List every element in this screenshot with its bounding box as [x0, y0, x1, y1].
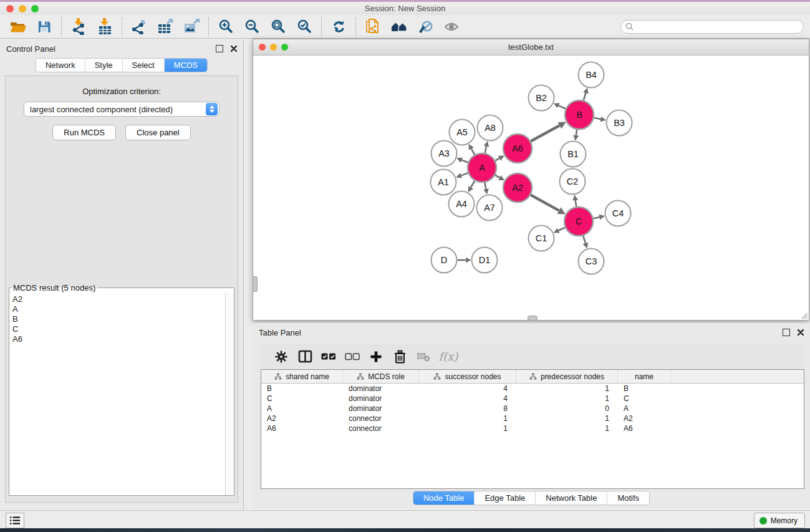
export-table-button[interactable] — [152, 16, 178, 37]
run-mcds-button[interactable]: Run MCDS — [52, 125, 116, 140]
export-network-button[interactable] — [126, 16, 152, 37]
edge-C-C4[interactable] — [594, 217, 600, 218]
zoom-out-button[interactable] — [239, 16, 265, 37]
graph-node-A[interactable]: A — [468, 153, 496, 182]
table-cell[interactable]: connector — [343, 414, 419, 423]
graph-node-B2[interactable]: B2 — [529, 85, 554, 111]
graph-node-A7[interactable]: A7 — [477, 195, 503, 221]
edge-A-A7[interactable] — [485, 183, 486, 189]
network-window-titlebar[interactable]: testGlobe.txt — [253, 39, 809, 56]
edge-A6-B[interactable] — [531, 125, 559, 141]
column-header-successor-nodes[interactable]: successor nodes — [419, 370, 516, 383]
edge-A2-C[interactable] — [531, 195, 559, 211]
table-cell[interactable]: A2 — [261, 414, 343, 423]
function-builder-button[interactable]: f(x) — [435, 346, 459, 367]
table-cell[interactable]: 4 — [419, 394, 516, 403]
float-table-panel-icon[interactable] — [783, 329, 790, 336]
edge-A-A8[interactable] — [485, 147, 486, 153]
table-row[interactable]: A2connector11A2 — [261, 414, 804, 423]
table-row[interactable]: Adominator80A — [261, 404, 804, 414]
table-cell[interactable]: B — [261, 384, 343, 393]
deselect-all-checkboxes-button[interactable] — [340, 346, 364, 367]
edge-B-B2[interactable] — [559, 105, 566, 109]
split-columns-button[interactable] — [293, 346, 317, 367]
zoom-in-button[interactable] — [213, 16, 239, 37]
table-cell[interactable]: 1 — [419, 414, 516, 423]
result-item[interactable]: A6 — [12, 334, 226, 344]
result-item[interactable]: A2 — [12, 294, 226, 304]
mcds-result-list[interactable]: A2ABCA6 — [9, 293, 226, 495]
tab-select[interactable]: Select — [123, 59, 165, 72]
close-panel-button[interactable]: Close panel — [125, 125, 191, 140]
graph-node-C1[interactable]: C1 — [529, 226, 554, 251]
table-cell[interactable]: 1 — [516, 424, 618, 433]
zoom-selected-button[interactable] — [291, 16, 317, 37]
export-image-button[interactable] — [178, 16, 205, 37]
table-cell[interactable]: A6 — [261, 424, 343, 433]
tab-motifs[interactable]: Motifs — [607, 491, 649, 505]
column-header-predecessor-nodes[interactable]: predecessor nodes — [516, 370, 618, 383]
table-row[interactable]: A6connector11A6 — [261, 423, 804, 433]
table-cell[interactable]: A — [261, 404, 343, 413]
tab-network[interactable]: Network — [36, 59, 85, 72]
table-cell[interactable]: 1 — [516, 414, 618, 423]
close-table-panel-icon[interactable] — [798, 329, 804, 336]
table-cell[interactable]: 0 — [516, 404, 618, 413]
new-network-from-selection-button[interactable] — [360, 16, 386, 37]
edge-A-A5[interactable] — [471, 149, 475, 155]
edge-A-A3[interactable] — [462, 160, 468, 163]
result-item[interactable]: C — [12, 324, 226, 334]
result-item[interactable]: A — [12, 304, 226, 314]
edge-C-C3[interactable] — [583, 236, 586, 243]
tab-style[interactable]: Style — [85, 59, 123, 72]
open-session-button[interactable] — [5, 16, 31, 37]
column-header-shared-name[interactable]: shared name — [261, 370, 343, 383]
graph-node-B4[interactable]: B4 — [579, 62, 604, 88]
view-horizontal-scroll-indicator[interactable] — [528, 316, 538, 321]
result-list-scrollbar[interactable] — [225, 293, 234, 495]
table-cell[interactable]: A — [618, 404, 671, 413]
column-header-MCDS-role[interactable]: MCDS role — [343, 370, 419, 383]
graph-node-A8[interactable]: A8 — [478, 115, 503, 141]
table-cell[interactable]: A2 — [618, 414, 671, 423]
edge-A-A1[interactable] — [461, 173, 468, 175]
graph-node-B3[interactable]: B3 — [607, 110, 632, 136]
graph-node-C[interactable]: C — [564, 207, 593, 236]
column-header-name[interactable]: name — [618, 370, 671, 383]
graph-node-A3[interactable]: A3 — [432, 141, 457, 167]
table-cell[interactable]: C — [618, 394, 671, 403]
resize-grip-icon[interactable] — [799, 311, 808, 319]
graph-node-C4[interactable]: C4 — [605, 201, 631, 226]
network-canvas[interactable]: B4B2BB3A5A8A6A3B1AA1C2A2A4A7C4CC1DD1C3 — [253, 55, 809, 320]
close-panel-icon[interactable] — [231, 46, 237, 52]
graph-node-B[interactable]: B — [565, 100, 594, 129]
table-cell[interactable]: 8 — [419, 404, 516, 413]
first-neighbors-button[interactable] — [386, 16, 412, 37]
table-cell[interactable]: connector — [343, 424, 419, 433]
view-vertical-scroll-indicator[interactable] — [253, 276, 258, 292]
table-cell[interactable]: dominator — [343, 384, 419, 393]
graph-node-D1[interactable]: D1 — [472, 248, 498, 273]
table-cell[interactable]: 1 — [516, 384, 618, 393]
task-history-button[interactable] — [6, 513, 24, 528]
table-row[interactable]: Bdominator41B — [261, 384, 804, 394]
show-graphics-details-button[interactable] — [438, 16, 465, 37]
edge-A-A4[interactable] — [471, 181, 475, 188]
tab-edge-table[interactable]: Edge Table — [475, 491, 536, 505]
hide-graphics-details-button[interactable] — [412, 16, 438, 37]
edge-B-B4[interactable] — [584, 93, 586, 100]
edge-C-C2[interactable] — [576, 200, 577, 206]
save-session-button[interactable] — [31, 16, 57, 37]
table-cell[interactable]: dominator — [343, 394, 419, 403]
delete-columns-button[interactable] — [388, 346, 412, 367]
table-cell[interactable]: 1 — [516, 394, 618, 403]
criterion-select[interactable]: largest connected component (directed) — [24, 102, 219, 117]
edge-C-C1[interactable] — [559, 228, 565, 231]
import-network-button[interactable] — [65, 16, 92, 37]
tab-node-table[interactable]: Node Table — [413, 491, 475, 505]
graph-node-A2[interactable]: A2 — [503, 173, 532, 202]
table-cell[interactable]: B — [618, 384, 671, 393]
add-column-button[interactable] — [364, 346, 388, 367]
memory-button[interactable]: Memory — [754, 513, 805, 528]
edge-B-B3[interactable] — [594, 118, 601, 119]
